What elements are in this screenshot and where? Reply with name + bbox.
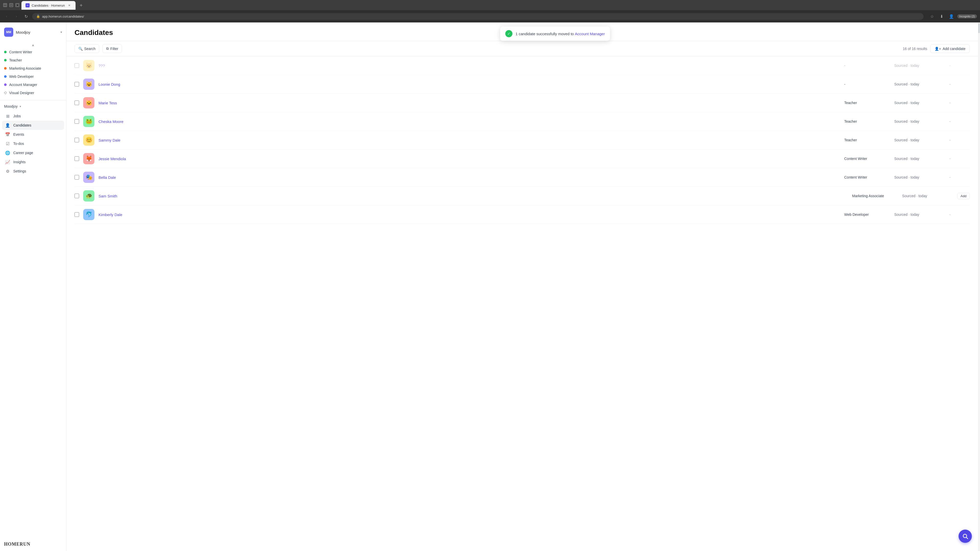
sidebar-item-insights[interactable]: 📈Insights (2, 157, 64, 167)
row-checkbox[interactable] (75, 63, 79, 68)
forward-button[interactable]: › (13, 13, 20, 20)
scroll-up-button[interactable]: ▲ (32, 43, 35, 47)
candidate-status: Sourced · today (894, 213, 945, 217)
download-button[interactable]: ⬇ (938, 13, 945, 20)
row-checkbox[interactable] (75, 212, 79, 217)
address-bar[interactable]: 🔒 app.homerun.co/candidates/ (32, 13, 924, 20)
candidate-extra: - (950, 119, 970, 124)
sidebar-item-to-dos[interactable]: ☑To-dos (2, 139, 64, 148)
table-row: 🦊Jessie MendiolaContent WriterSourced · … (75, 149, 970, 168)
search-fab[interactable] (959, 530, 972, 543)
avatar: 🐱 (83, 97, 94, 108)
job-label: Content Writer (9, 50, 32, 54)
tab-close-button[interactable]: ✕ (67, 3, 72, 8)
avatar: 🐸 (83, 116, 94, 127)
filter-button[interactable]: ⧉ Filter (102, 44, 122, 53)
candidate-status: Sourced · today (894, 101, 945, 105)
candidate-status: Sourced · today (902, 194, 953, 198)
notification-link[interactable]: Account Manager (575, 32, 605, 36)
address-bar-row: ‹ › ↻ 🔒 app.homerun.co/candidates/ ☆ ⬇ 👤… (0, 10, 980, 22)
org-switcher[interactable]: Moodjoy ▾ (0, 102, 66, 110)
sidebar-item-career-page[interactable]: 🌐Career page (2, 148, 64, 157)
candidate-job: Content Writer (844, 175, 890, 179)
nav-item-label: Candidates (13, 123, 32, 127)
sidebar: MM Moodjoy ▾ ▲ Content WriterTeacherMark… (0, 22, 66, 551)
candidate-status: Sourced · today (894, 64, 945, 68)
sidebar-item-content-writer[interactable]: Content Writer (0, 48, 66, 56)
candidates-rows: 😺Loonie Dong-Sourced · today-🐱Marie Tess… (75, 75, 970, 224)
candidate-extra: - (950, 175, 970, 179)
window-controls: ─ □ ✕ (3, 3, 19, 7)
browser-chrome: ─ □ ✕ H Candidates · Homerun ✕ + ‹ › ↻ 🔒… (0, 0, 980, 22)
table-row: 😺Loonie Dong-Sourced · today- (75, 75, 970, 94)
job-label: Marketing Associate (9, 66, 41, 70)
sidebar-item-events[interactable]: 📅Events (2, 130, 64, 139)
nav-item-label: To-dos (13, 141, 24, 146)
sidebar-item-visual-designer[interactable]: Visual Designer (0, 89, 66, 97)
avatar: MM (4, 27, 13, 37)
avatar: 🦊 (83, 153, 94, 164)
row-checkbox[interactable] (75, 100, 79, 105)
row-checkbox[interactable] (75, 82, 79, 86)
candidate-name: Sam Smith (99, 194, 848, 198)
toolbar: 🔍 Search ⧉ Filter 16 of 16 results 👤+ Ad… (66, 41, 978, 56)
browser-actions: ☆ ⬇ 👤 Incognito (2) (928, 13, 977, 20)
add-candidate-button[interactable]: 👤+ Add candidate (930, 44, 970, 53)
events-icon: 📅 (5, 132, 10, 137)
job-status-dot (4, 83, 6, 86)
close-button[interactable]: ✕ (15, 3, 19, 7)
job-status-dot (4, 92, 6, 94)
maximize-button[interactable]: □ (9, 3, 13, 7)
candidate-name: Cheska Moore (99, 119, 840, 124)
add-to-job-button[interactable]: Add (957, 193, 970, 199)
jobs-list: Content WriterTeacherMarketing Associate… (0, 48, 66, 97)
job-label: Account Manager (9, 83, 37, 87)
sidebar-item-marketing-associate[interactable]: Marketing Associate (0, 64, 66, 73)
candidate-job: Teacher (844, 138, 890, 142)
nav-item-label: Insights (13, 160, 25, 164)
sidebar-item-settings[interactable]: ⚙Settings (2, 167, 64, 176)
lock-icon: 🔒 (36, 14, 40, 18)
sidebar-item-candidates[interactable]: 👤Candidates (2, 121, 64, 130)
sidebar-item-web-developer[interactable]: Web Developer (0, 73, 66, 81)
nav-section: ⊞Jobs👤Candidates📅Events☑To-dos🌐Career pa… (0, 110, 66, 177)
profile-button[interactable]: 👤 (948, 13, 955, 20)
row-checkbox[interactable] (75, 175, 79, 179)
row-checkbox[interactable] (75, 156, 79, 161)
sidebar-item-account-manager[interactable]: Account Manager (0, 81, 66, 89)
new-tab-button[interactable]: + (76, 1, 86, 10)
avatar: 🐬 (83, 209, 94, 220)
job-status-dot (4, 51, 6, 53)
search-button[interactable]: 🔍 Search (75, 44, 99, 53)
divider (0, 100, 66, 100)
job-status-dot (4, 75, 6, 78)
avatar: 😺 (83, 60, 94, 71)
row-checkbox[interactable] (75, 119, 79, 124)
minimize-button[interactable]: ─ (3, 3, 7, 7)
candidate-name: Marie Tess (99, 101, 840, 105)
active-tab[interactable]: H Candidates · Homerun ✕ (21, 1, 76, 10)
sidebar-item-teacher[interactable]: Teacher (0, 56, 66, 64)
candidate-name: Loonie Dong (99, 82, 840, 86)
candidate-name: Bella Dale (99, 175, 840, 179)
table-row: 🐸Cheska MooreTeacherSourced · today- (75, 112, 970, 131)
account-switcher[interactable]: MM Moodjoy ▾ (0, 22, 66, 41)
candidate-extra: - (950, 101, 970, 105)
reload-button[interactable]: ↻ (22, 13, 30, 20)
back-button[interactable]: ‹ (3, 13, 10, 20)
search-icon: 🔍 (78, 47, 83, 51)
scrollbar-thumb[interactable] (978, 23, 980, 33)
to-dos-icon: ☑ (5, 141, 10, 146)
candidate-extra: - (950, 213, 970, 217)
nav-item-label: Settings (13, 169, 26, 173)
row-checkbox[interactable] (75, 194, 79, 198)
candidates-icon: 👤 (5, 123, 10, 128)
row-checkbox[interactable] (75, 138, 79, 142)
chevron-down-icon: ▾ (60, 30, 62, 34)
main-content: ✓ 1 candidate successfully moved to Acco… (66, 22, 978, 551)
person-plus-icon: 👤+ (935, 47, 941, 51)
bookmark-button[interactable]: ☆ (928, 13, 936, 20)
candidate-job: Content Writer (844, 157, 890, 161)
sidebar-item-jobs[interactable]: ⊞Jobs (2, 111, 64, 121)
scrollbar[interactable] (978, 22, 980, 551)
